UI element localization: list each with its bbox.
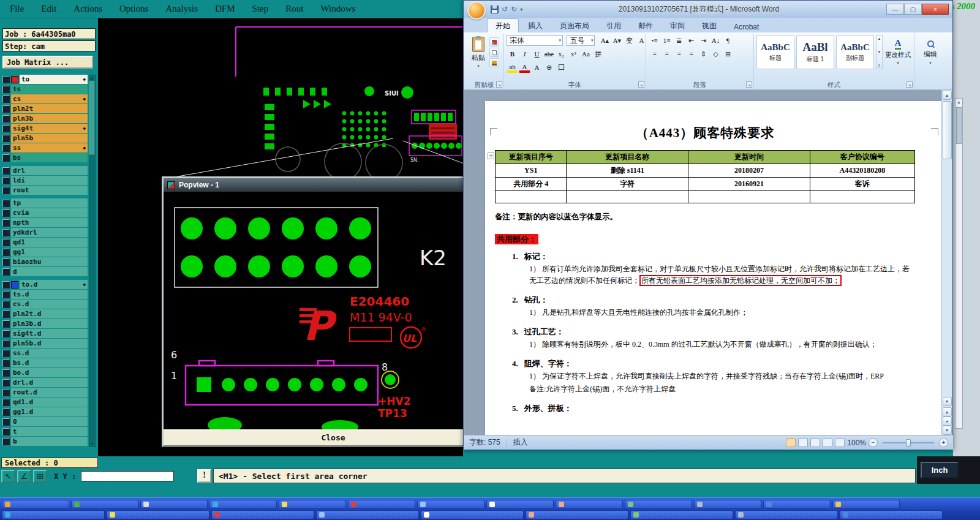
- layer-visibility-checkbox[interactable]: [2, 187, 10, 194]
- zoom-out-button[interactable]: −: [869, 438, 878, 447]
- increase-indent-icon[interactable]: ⇥: [698, 35, 709, 46]
- layer-visibility-checkbox[interactable]: [2, 379, 10, 386]
- layer-row-qd1.d[interactable]: qd1.d: [2, 398, 88, 407]
- taskbar-button[interactable]: [486, 500, 554, 509]
- layer-visibility-checkbox[interactable]: [2, 145, 10, 152]
- ribbon-tab-3[interactable]: 引用: [598, 19, 629, 32]
- next-page-icon[interactable]: ▼: [943, 426, 952, 435]
- layer-visibility-checkbox[interactable]: [2, 399, 10, 406]
- taskbar-button[interactable]: [2, 500, 69, 509]
- layer-name-label[interactable]: qd1: [11, 238, 88, 247]
- decrease-indent-icon[interactable]: ⇤: [685, 35, 697, 46]
- table-move-handle[interactable]: ✛: [488, 153, 494, 159]
- layer-row-sig4t.d[interactable]: sig4t.d: [2, 329, 88, 338]
- cam-menu-windows[interactable]: Windows: [320, 4, 355, 14]
- change-case-icon[interactable]: Aa: [580, 48, 592, 59]
- layer-row-ydkdrl[interactable]: ydkdrl: [2, 228, 88, 237]
- paragraph-dialog-launcher[interactable]: ↘: [746, 81, 752, 88]
- bold-icon[interactable]: B: [507, 48, 518, 59]
- align-left-icon[interactable]: ≡: [649, 48, 660, 59]
- taskbar-button[interactable]: [2, 510, 105, 519]
- strikethrough-icon[interactable]: abe: [543, 48, 555, 59]
- layer-row-pln3b.d[interactable]: pln3b.d: [2, 319, 88, 328]
- taskbar-button[interactable]: [630, 510, 733, 519]
- layer-row-ss.d[interactable]: ss.d: [2, 349, 88, 358]
- layer-name-label[interactable]: qd1.d: [11, 398, 88, 407]
- popview-close-button[interactable]: Close: [164, 429, 503, 445]
- layer-visibility-checkbox[interactable]: [2, 135, 10, 142]
- taskbar-button[interactable]: [211, 510, 314, 519]
- character-frame-icon[interactable]: 囗: [556, 62, 567, 73]
- layer-visibility-checkbox[interactable]: [2, 369, 10, 377]
- layer-name-label[interactable]: ss◆: [11, 143, 88, 153]
- layer-visibility-checkbox[interactable]: [2, 209, 10, 217]
- cam-menu-options[interactable]: Options: [119, 4, 149, 14]
- layer-name-label[interactable]: to.d◆: [20, 280, 88, 289]
- cam-menu-step[interactable]: Step: [252, 4, 269, 14]
- layer-name-label[interactable]: sig4t.d: [11, 329, 88, 338]
- office-button[interactable]: [467, 1, 486, 20]
- taskbar-button[interactable]: [832, 500, 900, 509]
- layer-visibility-checkbox[interactable]: [2, 409, 10, 416]
- layer-name-label[interactable]: bo.d: [11, 368, 88, 377]
- taskbar-button[interactable]: [556, 500, 623, 509]
- taskbar-button[interactable]: [735, 510, 838, 519]
- scrollbar-thumb[interactable]: [89, 81, 95, 155]
- cam-menu-actions[interactable]: Actions: [74, 4, 102, 14]
- ribbon-tab-1[interactable]: 插入: [520, 19, 551, 32]
- layer-row-gg1[interactable]: gg1: [2, 247, 88, 257]
- layer-name-label[interactable]: pln2t: [11, 104, 88, 113]
- layer-row-tp[interactable]: tp: [2, 198, 88, 208]
- layer-visibility-checkbox[interactable]: [2, 167, 10, 175]
- xy-coordinate-input[interactable]: [81, 471, 174, 481]
- cam-menu-rout[interactable]: Rout: [285, 4, 303, 14]
- layer-visibility-checkbox[interactable]: [2, 330, 10, 337]
- layer-name-label[interactable]: pln5b: [11, 134, 88, 143]
- layer-row-drl.d[interactable]: drl.d: [2, 378, 88, 387]
- text-highlight-icon[interactable]: ab: [507, 62, 518, 73]
- layer-name-label[interactable]: pln3b: [11, 114, 88, 123]
- layer-visibility-checkbox[interactable]: [2, 389, 10, 396]
- background-scrollbar[interactable]: [955, 98, 963, 429]
- print-layout-view-button[interactable]: [786, 438, 796, 447]
- popview-titlebar[interactable]: Popview - 1: [164, 178, 503, 192]
- change-styles-button[interactable]: A 更改样式 ▾: [884, 35, 911, 69]
- zoom-in-button[interactable]: +: [939, 438, 948, 447]
- chevron-down-icon[interactable]: ▾: [589, 38, 594, 43]
- zoom-slider-thumb[interactable]: [906, 439, 911, 447]
- enclose-characters-icon[interactable]: ⊕: [543, 62, 555, 73]
- layer-row-rout[interactable]: rout: [2, 186, 88, 195]
- job-matrix-button[interactable]: Job Matrix ...: [2, 56, 93, 69]
- layer-row-cs[interactable]: cs◆: [2, 94, 88, 104]
- layer-name-label[interactable]: pln5b.d: [11, 339, 88, 348]
- copy-button[interactable]: [489, 48, 499, 57]
- layer-visibility-checkbox[interactable]: [2, 360, 10, 367]
- phonetic-icon[interactable]: 拼: [592, 48, 604, 59]
- layer-visibility-checkbox[interactable]: [2, 350, 10, 357]
- style-option[interactable]: AaBl标题 1: [796, 35, 834, 69]
- layer-visibility-checkbox[interactable]: [2, 311, 10, 318]
- previous-page-icon[interactable]: ▲: [943, 407, 952, 416]
- layer-row-ss[interactable]: ss◆: [2, 143, 88, 153]
- layer-visibility-checkbox[interactable]: [2, 76, 10, 83]
- layer-name-label[interactable]: pln2t.d: [11, 309, 88, 318]
- scrollbar-thumb[interactable]: [943, 101, 952, 159]
- layer-name-label[interactable]: ldi: [11, 176, 88, 185]
- layer-row-rout.d[interactable]: rout.d: [2, 388, 88, 397]
- layer-row-pln2t.d[interactable]: pln2t.d: [2, 309, 88, 318]
- layer-row-sig4t[interactable]: sig4t◆: [2, 124, 88, 133]
- layer-row-t[interactable]: t: [2, 427, 88, 436]
- ribbon-tab-6[interactable]: 视图: [694, 19, 725, 32]
- layer-row-ts.d[interactable]: ts.d: [2, 290, 88, 299]
- layer-name-label[interactable]: ss.d: [11, 349, 88, 358]
- save-icon[interactable]: [491, 6, 499, 13]
- scroll-up-icon[interactable]: ▲: [943, 91, 952, 100]
- layer-name-label[interactable]: pln3b.d: [11, 319, 88, 328]
- taskbar-button[interactable]: [763, 500, 831, 509]
- layer-row-drl[interactable]: drl: [2, 166, 88, 175]
- taskbar-button[interactable]: [71, 500, 138, 509]
- clipboard-dialog-launcher[interactable]: ↘: [496, 81, 502, 88]
- borders-icon[interactable]: ⊞: [722, 48, 734, 59]
- layer-visibility-checkbox[interactable]: [2, 438, 10, 445]
- character-shading-icon[interactable]: A: [531, 62, 543, 73]
